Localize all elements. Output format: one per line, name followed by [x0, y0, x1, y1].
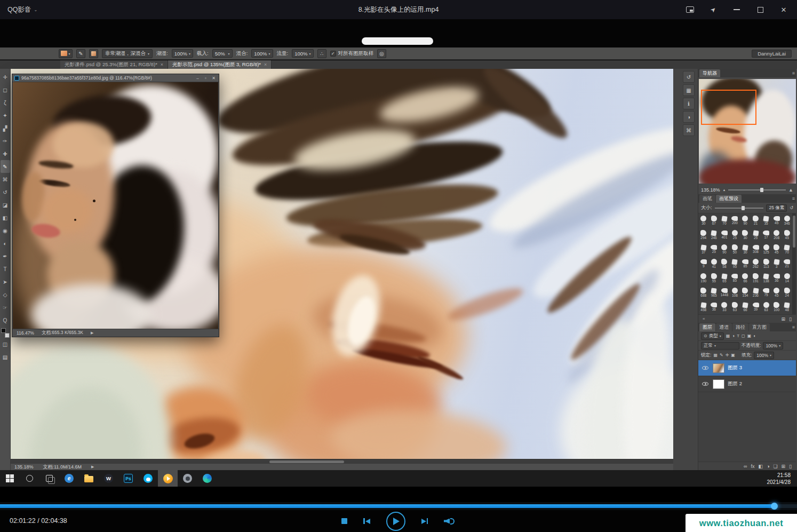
layer-thumbnail[interactable] — [713, 379, 724, 389]
maximize-button[interactable] — [752, 3, 768, 17]
new-brush-icon[interactable]: ⊞ — [782, 316, 786, 322]
brush-preset[interactable]: 35 — [761, 213, 771, 228]
reference-window[interactable]: 96a75837085b8136bae37a55f371e80d.jpg @ 1… — [12, 74, 219, 337]
pressure-size-icon[interactable]: ◎ — [377, 49, 386, 58]
brush-preset[interactable]: 138 — [761, 271, 771, 285]
lock-pixels-icon[interactable]: ✎ — [720, 353, 723, 358]
brush-preset[interactable]: 458 — [698, 300, 709, 314]
clone-source-panel-icon[interactable]: ⌘ — [683, 124, 695, 136]
adjustment-layer-icon[interactable]: ◑ — [767, 464, 769, 469]
layer-name[interactable]: 图层 3 — [728, 364, 742, 371]
seek-bar[interactable] — [0, 502, 797, 510]
layer-visibility-icon[interactable] — [701, 382, 710, 386]
brush-preset[interactable]: 45 — [771, 213, 782, 228]
brush-preset[interactable]: 45 — [771, 242, 782, 257]
app-qq[interactable] — [138, 470, 158, 487]
brush-preset[interactable]: 30 — [698, 213, 709, 228]
brush-preset[interactable]: 208 — [771, 228, 782, 242]
tab-paths[interactable]: 路径 — [732, 323, 748, 331]
brush-preset[interactable]: 190 — [698, 271, 709, 285]
blur-tool-icon[interactable]: ◉ — [1, 224, 10, 237]
mixer-combo-select[interactable]: 非常潮湿，深混合 ▾ — [102, 49, 153, 58]
zoom-in-icon[interactable]: ▲ — [788, 187, 793, 193]
brush-preset[interactable]: 21 — [782, 257, 792, 271]
mixer-brush-tool-icon[interactable]: ✎ — [1, 160, 10, 173]
filter-toggle-icon[interactable]: ◐ — [753, 334, 756, 338]
delete-brush-icon[interactable]: ▯ — [789, 316, 792, 322]
clone-stamp-tool-icon[interactable]: ⌘ — [1, 173, 10, 186]
close-button[interactable]: ✕ — [776, 3, 792, 17]
brush-preset[interactable]: 9 — [698, 257, 709, 271]
adjustments-panel-icon[interactable]: ◑ — [683, 111, 695, 123]
eyedropper-tool-icon[interactable]: ✑ — [1, 134, 10, 147]
new-layer-icon[interactable]: ⊞ — [782, 464, 786, 469]
seek-thumb[interactable] — [771, 503, 778, 510]
brush-preset[interactable]: 45 — [771, 285, 782, 300]
brush-preset[interactable]: 95 — [730, 257, 740, 271]
volume-button[interactable] — [444, 517, 456, 526]
brush-preset[interactable]: 65 — [719, 271, 730, 285]
panel-menu-icon[interactable]: ≡ — [792, 70, 795, 76]
stop-button[interactable] — [341, 518, 347, 524]
app-menu-button[interactable]: QQ影音 ⌄ — [7, 5, 37, 14]
brush-preset[interactable]: 70 — [719, 213, 730, 228]
brush-preset[interactable]: 36 — [709, 300, 720, 314]
brush-preset[interactable]: 113 — [761, 257, 771, 271]
tab-channels[interactable]: 通道 — [716, 323, 732, 331]
minimize-button[interactable] — [729, 3, 745, 17]
brush-preset[interactable]: 346 — [782, 213, 792, 228]
reference-window-titlebar[interactable]: 96a75837085b8136bae37a55f371e80d.jpg @ 1… — [12, 74, 219, 82]
brush-preset[interactable]: 66 — [740, 271, 751, 285]
opacity-field[interactable]: 100% ▾ — [763, 342, 783, 350]
hscrollbar-thumb[interactable] — [269, 460, 344, 463]
brush-scrollbar[interactable] — [792, 213, 796, 314]
status-flyout-icon[interactable]: ▶ — [91, 465, 94, 469]
brush-preset[interactable]: 1448 — [719, 285, 730, 300]
brush-preset[interactable]: 154 — [740, 285, 751, 300]
brush-preset[interactable]: 70 — [782, 242, 792, 257]
zoom-out-icon[interactable]: ▲ — [723, 188, 726, 192]
panel-menu-icon[interactable]: ≡ — [792, 324, 795, 330]
brush-preset[interactable]: 37 — [698, 242, 709, 257]
zoom-tool-icon[interactable]: Q — [1, 314, 10, 327]
brush-preset[interactable]: 63 — [761, 300, 771, 314]
brush-preset[interactable]: 24 — [782, 285, 792, 300]
collapse-icon[interactable]: « — [703, 316, 705, 321]
app-screenshot[interactable] — [178, 470, 197, 487]
next-button[interactable] — [421, 518, 428, 524]
marquee-tool-icon[interactable]: ◻ — [1, 83, 10, 96]
brush-preset[interactable]: 45 — [782, 228, 792, 242]
filter-shape-icon[interactable]: ◻ — [742, 334, 745, 338]
add-mask-icon[interactable]: ◧ — [758, 464, 763, 469]
color-swatches[interactable] — [1, 328, 10, 338]
filter-type-icon[interactable]: T — [737, 334, 739, 338]
brush-preset[interactable]: 3 — [771, 257, 782, 271]
link-layers-icon[interactable]: ∞ — [744, 464, 747, 469]
canvas-hscrollbar[interactable] — [11, 459, 673, 463]
tab-layers[interactable]: 图层 — [699, 323, 715, 331]
gradient-tool-icon[interactable]: ◧ — [1, 211, 10, 224]
brush-preset-picker[interactable]: ▾ — [59, 49, 73, 58]
play-button[interactable] — [386, 512, 405, 531]
swatches-panel-icon[interactable]: ▦ — [683, 84, 695, 96]
panel-menu-icon[interactable]: ≡ — [792, 196, 795, 201]
filter-smart-icon[interactable]: ▣ — [747, 334, 752, 338]
tab-brush-presets[interactable]: 画笔预设 — [716, 195, 742, 203]
brush-preset[interactable]: 401 — [719, 228, 730, 242]
layer-name[interactable]: 图层 2 — [728, 380, 742, 387]
brush-preset[interactable]: 55 — [709, 271, 720, 285]
crop-tool-icon[interactable]: ▞ — [1, 122, 10, 134]
close-icon[interactable]: ✕ — [211, 76, 217, 81]
brush-preset[interactable]: 75 — [761, 285, 771, 300]
brush-preset[interactable]: 33 — [719, 300, 730, 314]
brush-preset[interactable]: 63 — [730, 300, 740, 314]
brush-preset[interactable]: 236 — [751, 285, 761, 300]
airbrush-icon[interactable]: ∴ — [317, 49, 326, 58]
layer-row[interactable]: 图层 2 — [698, 376, 796, 392]
navigator-thumbnail[interactable] — [699, 79, 796, 184]
toggle-brush-panel-icon[interactable]: ✎ — [76, 49, 85, 58]
layer-style-icon[interactable]: fx — [751, 464, 754, 469]
app-qq-player[interactable] — [158, 470, 178, 487]
brush-preset[interactable]: 246 — [709, 228, 720, 242]
new-group-icon[interactable]: ❏ — [773, 464, 777, 469]
